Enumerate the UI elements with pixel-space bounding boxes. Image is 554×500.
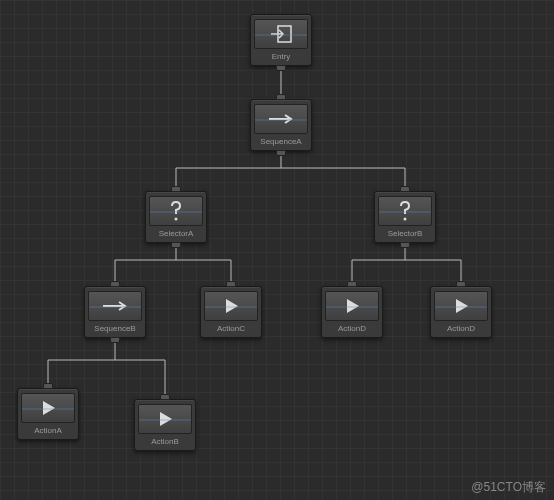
svg-rect-17 [278, 26, 291, 42]
node-label: Entry [272, 52, 291, 61]
node-label: ActionC [217, 324, 245, 333]
play-icon [21, 393, 75, 423]
watermark: @51CTO博客 [471, 479, 546, 496]
connection-lines [0, 0, 554, 500]
node-entry[interactable]: Entry [250, 14, 312, 66]
node-action-d-2[interactable]: ActionD [430, 286, 492, 338]
node-label: SelectorA [159, 229, 194, 238]
arrow-icon [254, 104, 308, 134]
entry-icon [254, 19, 308, 49]
node-label: ActionD [338, 324, 366, 333]
play-icon [204, 291, 258, 321]
node-label: SelectorB [388, 229, 423, 238]
node-label: ActionB [151, 437, 179, 446]
node-action-b[interactable]: ActionB [134, 399, 196, 451]
node-action-d-1[interactable]: ActionD [321, 286, 383, 338]
question-icon [378, 196, 432, 226]
node-action-a[interactable]: ActionA [17, 388, 79, 440]
question-icon [149, 196, 203, 226]
node-action-c[interactable]: ActionC [200, 286, 262, 338]
play-icon [138, 404, 192, 434]
svg-point-18 [175, 218, 178, 221]
arrow-icon [88, 291, 142, 321]
play-icon [325, 291, 379, 321]
node-selector-a[interactable]: SelectorA [145, 191, 207, 243]
node-selector-b[interactable]: SelectorB [374, 191, 436, 243]
node-sequence-a[interactable]: SequenceA [250, 99, 312, 151]
node-label: ActionA [34, 426, 62, 435]
play-icon [434, 291, 488, 321]
node-label: ActionD [447, 324, 475, 333]
node-sequence-b[interactable]: SequenceB [84, 286, 146, 338]
node-label: SequenceB [94, 324, 135, 333]
svg-point-19 [404, 218, 407, 221]
node-label: SequenceA [260, 137, 301, 146]
